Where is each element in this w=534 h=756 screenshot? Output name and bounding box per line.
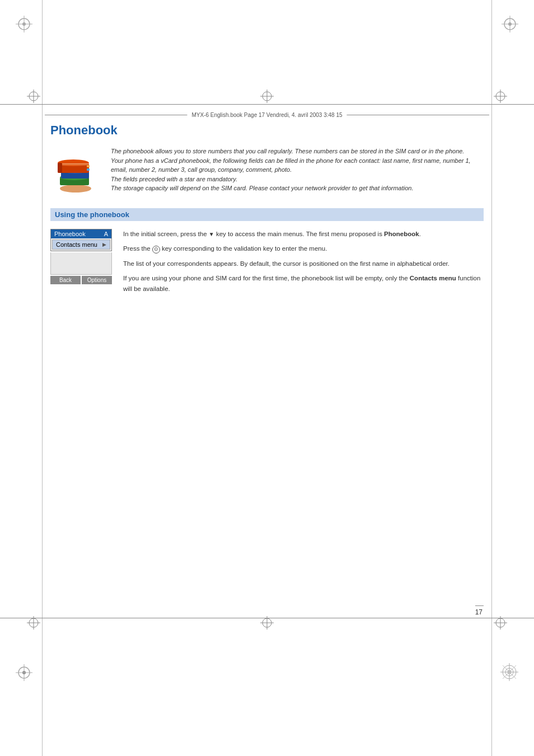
desc-para2: Press the ⊙ key corresponding to the val… bbox=[123, 243, 484, 253]
subsection-header: Using the phonebook bbox=[50, 208, 484, 221]
subsection-content: Phonebook A Contacts menu ▶ Back Options… bbox=[50, 229, 484, 298]
phone-back-button: Back bbox=[50, 276, 81, 284]
phone-list-area bbox=[50, 252, 112, 275]
phonebook-image bbox=[50, 147, 101, 197]
file-info-bar: MYX-6 English.book Page 17 Vendredi, 4. … bbox=[45, 110, 489, 120]
page-wrapper: MYX-6 English.book Page 17 Vendredi, 4. … bbox=[0, 0, 534, 756]
intro-block: The phonebook allows you to store number… bbox=[50, 147, 484, 197]
reg-mark-bottom-right bbox=[494, 616, 507, 632]
desc-para3: The list of your correspondents appears.… bbox=[123, 259, 484, 269]
intro-para4: The storage capacity will depend on the … bbox=[111, 184, 484, 193]
svg-rect-44 bbox=[58, 163, 62, 173]
reg-mark-top-center bbox=[260, 90, 274, 105]
reg-mark-top-right bbox=[494, 90, 507, 105]
margin-line-right bbox=[491, 0, 492, 756]
reg-mark-outer-bottom-right bbox=[500, 663, 518, 683]
contacts-label: Contacts menu bbox=[56, 241, 97, 248]
desc-para4: If you are using your phone and SIM card… bbox=[123, 273, 484, 294]
reg-mark-outer-top-left bbox=[16, 16, 32, 35]
reg-mark-bottom-left bbox=[27, 616, 40, 632]
svg-point-37 bbox=[60, 185, 91, 192]
desc-para1: In the initial screen, press the ▼ key t… bbox=[123, 229, 484, 239]
file-info-text: MYX-6 English.book Page 17 Vendredi, 4. … bbox=[187, 112, 346, 118]
section-title: Phonebook bbox=[50, 123, 484, 138]
svg-rect-45 bbox=[62, 163, 89, 165]
contacts-arrow-icon: ▶ bbox=[102, 242, 106, 247]
phonebook-bold: Phonebook bbox=[384, 231, 419, 237]
margin-line-left bbox=[42, 0, 43, 756]
intro-para1: The phonebook allows you to store number… bbox=[111, 147, 484, 156]
phonebook-label: Phonebook bbox=[54, 231, 86, 237]
down-arrow-icon: ▼ bbox=[209, 231, 214, 237]
svg-rect-47 bbox=[87, 165, 90, 167]
validation-key-icon: ⊙ bbox=[152, 246, 160, 253]
svg-rect-48 bbox=[87, 168, 90, 171]
phone-bottom-bar: Back Options bbox=[50, 276, 112, 284]
phone-options-button: Options bbox=[82, 276, 112, 284]
page-number: 17 bbox=[475, 605, 484, 616]
reg-mark-outer-bottom-left bbox=[16, 664, 32, 683]
reg-mark-outer-top-right bbox=[502, 16, 518, 35]
phone-row-phonebook: Phonebook A bbox=[51, 229, 111, 238]
content-area: Phonebook bbox=[50, 123, 484, 611]
intro-para2: Your phone has a vCard phonebook, the fo… bbox=[111, 156, 484, 175]
reg-mark-bottom-center bbox=[260, 616, 274, 632]
intro-text: The phonebook allows you to store number… bbox=[111, 147, 484, 197]
svg-rect-46 bbox=[62, 165, 89, 166]
phone-screen: Phonebook A Contacts menu ▶ bbox=[50, 229, 112, 251]
phonebook-badge: A bbox=[104, 231, 108, 237]
reg-mark-top-left bbox=[27, 90, 40, 105]
phone-row-contacts: Contacts menu ▶ bbox=[52, 240, 110, 250]
description-text: In the initial screen, press the ▼ key t… bbox=[123, 229, 484, 298]
contacts-menu-bold: Contacts menu bbox=[410, 275, 456, 281]
intro-para3: The fields preceded with a star are mand… bbox=[111, 175, 484, 184]
phone-ui: Phonebook A Contacts menu ▶ Back Options bbox=[50, 229, 112, 298]
